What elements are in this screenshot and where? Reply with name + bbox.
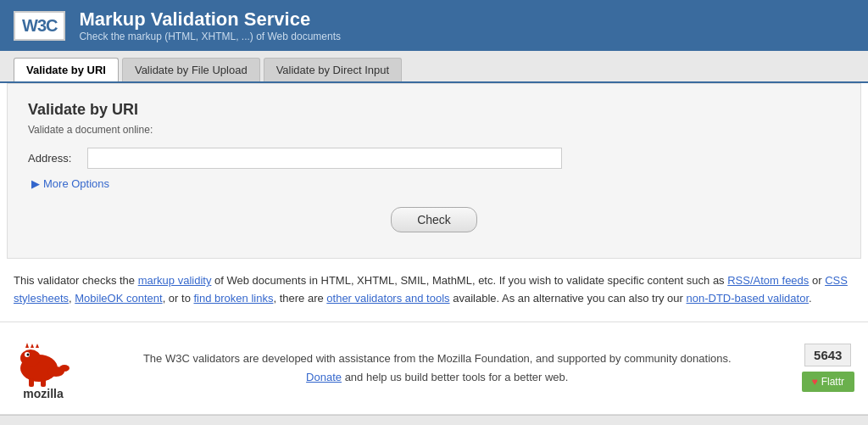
mozilla-dino-icon: [14, 336, 73, 387]
rss-atom-link[interactable]: RSS/Atom feeds: [727, 274, 809, 287]
mozilla-counter: 5643 ♥ Flattr: [802, 344, 854, 392]
main-content: Validate by URI Validate a document onli…: [7, 83, 861, 259]
w3c-logo: W3C: [14, 11, 65, 41]
address-row: Address:: [28, 148, 840, 169]
svg-rect-8: [41, 378, 46, 387]
address-input[interactable]: [87, 148, 562, 169]
svg-rect-7: [29, 378, 34, 387]
header: W3C Markup Validation Service Check the …: [0, 0, 868, 51]
mozilla-section: mozilla The W3C validators are developed…: [0, 322, 868, 415]
more-options-row: ▶More Options: [28, 177, 840, 190]
form-heading: Validate by URI: [28, 101, 840, 119]
mobileok-link[interactable]: MobileOK content: [75, 292, 162, 305]
other-validators-link[interactable]: other validators and tools: [326, 292, 449, 305]
check-button-area: Check: [28, 207, 840, 232]
info-text-8: .: [809, 292, 812, 305]
form-subtitle: Validate a document online:: [28, 124, 840, 136]
mozilla-description: The W3C validators are developed with as…: [93, 350, 782, 387]
tab-validate-uri[interactable]: Validate by URI: [14, 58, 119, 81]
donate-link[interactable]: Donate: [306, 371, 342, 383]
header-text: Markup Validation Service Check the mark…: [79, 8, 341, 42]
counter-box: 5643: [804, 344, 851, 366]
tab-validate-direct[interactable]: Validate by Direct Input: [264, 58, 402, 81]
mozilla-label: mozilla: [23, 387, 63, 400]
more-options-link[interactable]: ▶More Options: [31, 177, 109, 190]
info-text-6: , there are: [273, 292, 326, 305]
mozilla-logo: mozilla: [14, 336, 73, 400]
tab-validate-file[interactable]: Validate by File Upload: [122, 58, 260, 81]
info-text-7: available. As an alternative you can als…: [450, 292, 687, 305]
triangle-icon: ▶: [31, 177, 40, 190]
site-subtitle: Check the markup (HTML, XHTML, ...) of W…: [79, 31, 341, 42]
footer-nav: Home About... News Docs Help & FAQ Feedb…: [0, 415, 868, 425]
check-button[interactable]: Check: [391, 207, 477, 232]
address-label: Address:: [28, 152, 79, 165]
svg-point-1: [20, 350, 41, 366]
info-text-3: or: [809, 274, 825, 287]
broken-links-link[interactable]: find broken links: [193, 292, 273, 305]
info-text-1: This validator checks the: [14, 274, 138, 287]
markup-validity-link[interactable]: markup validity: [138, 274, 212, 287]
site-title: Markup Validation Service: [79, 8, 341, 31]
tabs-area: Validate by URI Validate by File Upload …: [0, 51, 868, 83]
heart-icon: ♥: [812, 376, 818, 388]
svg-marker-6: [36, 344, 39, 348]
svg-marker-4: [25, 343, 29, 348]
svg-marker-5: [31, 344, 34, 348]
info-section: This validator checks the markup validit…: [0, 259, 868, 322]
flattr-button[interactable]: ♥ Flattr: [802, 372, 854, 392]
svg-point-3: [27, 353, 30, 355]
non-dtd-link[interactable]: non-DTD-based validator: [687, 292, 810, 305]
info-text-2: of Web documents in HTML, XHTML, SMIL, M…: [211, 274, 727, 287]
svg-point-10: [59, 365, 70, 372]
info-text-5: , or to: [163, 292, 194, 305]
